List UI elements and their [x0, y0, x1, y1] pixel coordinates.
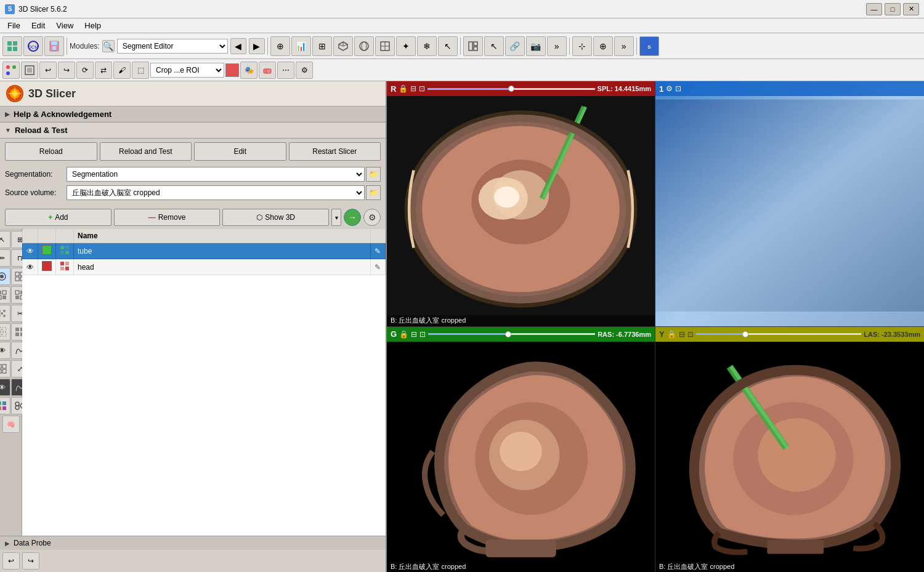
vp-yellow-lock-icon[interactable]: 🔒	[667, 330, 676, 339]
select-btn[interactable]: ⬚	[132, 62, 149, 79]
restart-slicer-button[interactable]: Restart Slicer	[289, 142, 381, 161]
tube-edit-cell[interactable]: ✎	[371, 243, 386, 259]
vp-green-slider[interactable]	[428, 333, 595, 335]
show-3d-button[interactable]: ⬡ Show 3D	[222, 209, 329, 226]
modules-search-btn[interactable]: 🔍	[102, 40, 115, 52]
module-forward-btn[interactable]: ▶	[249, 38, 265, 54]
grid3-tool-btn[interactable]	[0, 360, 10, 377]
reload-button[interactable]: Reload	[5, 142, 97, 161]
segment-nav-button[interactable]: →	[344, 209, 361, 226]
mesh-btn[interactable]	[375, 36, 395, 56]
remove-segment-button[interactable]: — Remove	[114, 209, 221, 226]
vp-yellow-slider[interactable]	[696, 333, 862, 335]
data-probe-section[interactable]: ▶ Data Probe	[0, 536, 386, 550]
dicom-icon-btn[interactable]: DCM	[23, 36, 43, 56]
menu-view[interactable]: View	[51, 20, 78, 31]
seg-tool-btn[interactable]	[21, 62, 38, 79]
seg-draw-btn[interactable]	[2, 62, 20, 79]
slider-knob[interactable]	[508, 86, 514, 92]
table-row[interactable]: 👁 tube ✎	[23, 243, 386, 259]
more-btn[interactable]: »	[547, 36, 567, 56]
nav-btn[interactable]: ⊕	[593, 36, 613, 56]
layout-btn[interactable]	[463, 36, 483, 56]
screenshot-btn[interactable]: 📷	[526, 36, 546, 56]
reload-test-header[interactable]: ▼ Reload & Test	[0, 123, 386, 139]
brain-tool-btn[interactable]: 🧠	[2, 416, 20, 433]
color-grid-tool-btn[interactable]	[0, 397, 10, 414]
rotate-btn[interactable]: ⟳	[76, 62, 94, 79]
dark-eye-tool-btn[interactable]: 👁	[0, 379, 10, 396]
show-3d-dropdown-arrow[interactable]: ▾	[331, 209, 341, 226]
segmentation-select[interactable]: Segmentation	[67, 167, 365, 182]
dot-grid-tool-btn[interactable]	[0, 305, 10, 322]
vp-lock-icon[interactable]: 🔒	[399, 84, 408, 93]
head-edit-btn[interactable]: ✎	[375, 263, 381, 272]
help-section-header[interactable]: ▶ Help & Acknowledgement	[0, 107, 386, 123]
undo-btn[interactable]: ↩	[39, 62, 57, 79]
menu-file[interactable]: File	[2, 20, 25, 31]
title-bar-controls[interactable]: — □ ✕	[866, 3, 919, 15]
vp-3d-settings-icon[interactable]: ⚙	[666, 84, 673, 93]
crosshair2-btn[interactable]: ⊹	[572, 36, 592, 56]
color-swatch[interactable]	[225, 63, 239, 77]
vp-green-window-icon[interactable]: ⊡	[419, 330, 426, 339]
more2-btn[interactable]: »	[614, 36, 634, 56]
seg-folder-btn[interactable]: 📁	[366, 167, 381, 182]
minimize-button[interactable]: —	[866, 3, 882, 15]
add-segment-button[interactable]: + Add	[5, 209, 111, 226]
vp-green-lock-icon[interactable]: 🔒	[399, 330, 408, 339]
cube-btn[interactable]	[333, 36, 353, 56]
cursor-btn[interactable]: ↖	[484, 36, 504, 56]
edit-button[interactable]: Edit	[194, 142, 286, 161]
bottom-undo-btn[interactable]: ↩	[2, 552, 20, 570]
vp-green-layer-icon[interactable]: ⊟	[411, 330, 417, 339]
star-btn[interactable]: ✦	[396, 36, 416, 56]
fill-tool-btn[interactable]	[0, 268, 10, 285]
module-back-btn[interactable]: ◀	[230, 38, 246, 54]
modules-dropdown[interactable]: Segment Editor Data Volumes Models	[117, 39, 228, 54]
vp-yellow-layer-icon[interactable]: ⊟	[679, 330, 685, 339]
segment-nav-button-2[interactable]: ⚙	[363, 209, 381, 226]
source-volume-select[interactable]: 丘脳出血破入脳室 cropped	[67, 185, 365, 200]
vp-window-icon[interactable]: ⊡	[419, 84, 425, 93]
menu-help[interactable]: Help	[79, 20, 106, 31]
redo-btn[interactable]: ↪	[58, 62, 75, 79]
reload-and-test-button[interactable]: Reload and Test	[100, 142, 192, 161]
source-folder-btn[interactable]: 📁	[366, 185, 381, 200]
flip-btn[interactable]: ⇄	[95, 62, 112, 79]
fill-btn[interactable]: ⋯	[277, 62, 294, 79]
erase-btn[interactable]	[259, 62, 276, 79]
vp-red-slider[interactable]	[428, 88, 594, 90]
tube-edit-btn[interactable]: ✎	[375, 247, 381, 256]
effect-dropdown[interactable]: Crop ...e ROI Threshold Paint Draw	[150, 63, 224, 78]
pencil-tool-btn[interactable]: ✏	[0, 249, 10, 267]
maximize-button[interactable]: □	[885, 3, 901, 15]
crosshair-btn[interactable]: ⊕	[270, 36, 290, 56]
slider-knob-green[interactable]	[505, 331, 511, 337]
snowflake-btn[interactable]: ❄	[417, 36, 437, 56]
table-row[interactable]: 👁 head ✎	[23, 259, 386, 275]
slicer-icon-btn[interactable]: S	[639, 36, 659, 56]
head-edit-cell[interactable]: ✎	[371, 259, 386, 275]
chart-btn[interactable]: 📊	[291, 36, 311, 56]
vp-layer-icon[interactable]: ⊟	[410, 84, 416, 93]
eye-tool-btn[interactable]: 👁	[0, 342, 10, 359]
link-btn[interactable]: 🔗	[505, 36, 525, 56]
data-icon-btn[interactable]	[2, 36, 22, 56]
paint-btn[interactable]: 🖌	[113, 62, 131, 79]
table-btn[interactable]: ⊞	[312, 36, 332, 56]
vp-3d-window-icon[interactable]: ⊡	[675, 84, 681, 93]
bottom-redo-btn[interactable]: ↪	[22, 552, 39, 570]
slider-knob-yellow[interactable]	[742, 331, 748, 337]
menu-edit[interactable]: Edit	[26, 20, 50, 31]
vp-yellow-window-icon[interactable]: ⊡	[687, 330, 694, 339]
save-icon-btn[interactable]	[44, 36, 64, 56]
close-button[interactable]: ✕	[903, 3, 919, 15]
dotted-grid-tool-btn[interactable]	[0, 323, 10, 340]
mask-btn[interactable]: 🎭	[240, 62, 257, 79]
settings-btn[interactable]: ⚙	[296, 62, 313, 79]
arrow-tool-btn[interactable]: ↖	[0, 231, 10, 248]
sphere-btn[interactable]	[354, 36, 374, 56]
pointer-btn[interactable]: ↖	[438, 36, 458, 56]
checkerboard-tool-btn[interactable]	[0, 286, 10, 304]
